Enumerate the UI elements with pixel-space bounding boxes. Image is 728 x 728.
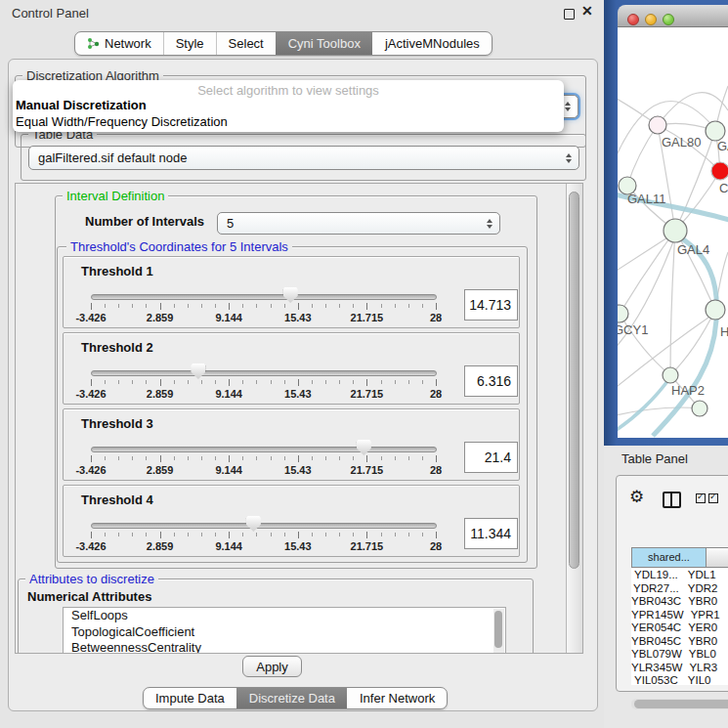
name-cell: YDR2 (681, 582, 728, 596)
slider-thumb[interactable] (191, 364, 205, 379)
table-rows: YDL19...YDL1YDR27...YDR2YBR043CYBR0YPR14… (631, 569, 728, 685)
name-cell: YBR0 (681, 595, 728, 609)
table-row[interactable]: YBR045CYBR0 (631, 635, 728, 649)
slider-thumb[interactable] (357, 440, 371, 455)
tab-jactivemnodules[interactable]: jActiveMNodules (372, 32, 492, 55)
network-node[interactable] (706, 300, 725, 320)
network-node[interactable] (692, 401, 707, 416)
table-data-select[interactable]: galFiltered.sif default node (28, 146, 579, 170)
table-row[interactable]: YDL19...YDL1 (631, 569, 728, 582)
threshold-value-field[interactable]: 6.316 (464, 365, 518, 397)
number-of-intervals-select[interactable]: 5 (217, 212, 500, 235)
slider-major-tick (91, 379, 92, 386)
slider-major-tick (91, 532, 92, 538)
slider-tick-label: 28 (430, 312, 442, 323)
slider-major-tick (298, 303, 299, 310)
tab-select[interactable]: Select (216, 32, 276, 55)
table-row[interactable]: YLR345WYLR3 (631, 662, 728, 675)
mode-tab-discretize-data[interactable]: Discretize Data (236, 688, 347, 708)
network-node[interactable] (649, 116, 666, 134)
slider-tick-label: 28 (430, 540, 442, 552)
slider-tick-label: 21.715 (351, 312, 384, 323)
table-horizontal-scrollbar[interactable] (631, 699, 728, 709)
threshold-value-field[interactable]: 14.713 (464, 289, 518, 321)
table-row[interactable]: YPR145WYPR1 (631, 609, 728, 622)
shared-name-cell: YDL19... (631, 569, 681, 582)
network-node[interactable] (664, 219, 687, 242)
combo-arrows-icon (487, 219, 492, 229)
apply-button[interactable]: Apply (242, 656, 302, 677)
dropdown-prompt-item: Select algorithm to view settings (13, 83, 564, 98)
network-node[interactable] (618, 305, 628, 322)
slider-tick-label: 9.144 (215, 388, 242, 400)
numerical-attributes-list[interactable]: SelfLoopsTopologicalCoefficientBetweenne… (63, 607, 506, 654)
network-view-canvas[interactable]: GAL80GAGAL11CGAL4GCY1HHAP2 (618, 27, 728, 438)
slider-track[interactable] (91, 294, 437, 300)
slider-tick-label: 2.859 (147, 312, 174, 323)
dropdown-option-equal-width-frequency[interactable]: Equal Width/Frequency Discretization (16, 114, 228, 129)
attribute-item-topologicalcoefficient[interactable]: TopologicalCoefficient (64, 624, 505, 641)
slider-thumb[interactable] (283, 287, 298, 303)
slider-tick-label: 9.144 (215, 464, 242, 476)
tab-cyni-toolbox-label: Cyni Toolbox (288, 36, 361, 51)
attributes-list-scrollbar[interactable] (493, 609, 504, 653)
network-edge (620, 231, 675, 314)
slider-thumb[interactable] (246, 516, 261, 532)
split-columns-icon[interactable] (663, 492, 681, 508)
close-traffic-light[interactable] (627, 14, 639, 25)
show-columns-checkbox-icon[interactable] (696, 493, 706, 503)
network-node[interactable] (663, 367, 678, 383)
network-edge (670, 310, 715, 375)
combo-arrows-icon (566, 153, 572, 163)
zoom-traffic-light[interactable] (663, 14, 674, 25)
tab-style[interactable]: Style (163, 32, 216, 55)
slider-track[interactable] (91, 523, 437, 529)
attribute-item-betweennesscentrality[interactable]: BetweennessCentrality (64, 640, 505, 654)
slider-tick-label: 21.715 (351, 388, 384, 400)
node-table-panel: ⚙ shared... name YDL19...YDL1YDR27...YDR… (616, 475, 728, 692)
table-row[interactable]: YIL053CYIL0 (631, 674, 728, 685)
tab-network[interactable]: Network (75, 32, 163, 55)
minimize-traffic-light[interactable] (645, 14, 657, 25)
float-window-button[interactable] (564, 9, 575, 20)
threshold-label: Threshold 2 (81, 340, 153, 355)
slider-minor-ticks (91, 304, 438, 308)
slider-tick-label: -3.426 (75, 464, 106, 476)
slider-tick-label: 28 (430, 464, 442, 476)
table-row[interactable]: YBL079WYBL0 (631, 648, 728, 662)
network-node[interactable] (706, 121, 725, 141)
network-node[interactable] (711, 162, 728, 180)
slider-major-tick (366, 532, 367, 538)
threshold-label: Threshold 3 (81, 416, 153, 431)
slider-track[interactable] (91, 370, 437, 376)
threshold-value-field[interactable]: 21.4 (464, 442, 518, 473)
dropdown-option-manual-discretization[interactable]: Manual Discretization (16, 98, 147, 112)
slider-minor-ticks (91, 456, 438, 460)
mode-tab-infer-network[interactable]: Infer Network (347, 688, 447, 708)
slider-track[interactable] (91, 447, 437, 452)
control-panel-tab-bar: NetworkStyleSelectCyni ToolboxjActiveMNo… (74, 31, 492, 56)
tab-style-label: Style (176, 36, 204, 51)
cyni-toolbox-panel: Discretization Algorithm Table Data galF… (8, 59, 598, 711)
column-header-name[interactable]: name (707, 548, 728, 567)
slider-tick-label: 21.715 (351, 540, 384, 552)
table-row[interactable]: YDR27...YDR2 (631, 582, 728, 596)
column-header-shared-name[interactable]: shared... (632, 548, 707, 567)
network-window-titlebar[interactable] (618, 5, 728, 27)
network-node-label: H (720, 324, 728, 339)
attribute-item-selfloops[interactable]: SelfLoops (64, 608, 505, 624)
slider-major-tick (436, 455, 437, 462)
table-row[interactable]: YBR043CYBR0 (631, 595, 728, 609)
tab-cyni-toolbox[interactable]: Cyni Toolbox (276, 32, 372, 55)
table-row[interactable]: YER054CYER0 (631, 621, 728, 635)
settings-vertical-scrollbar[interactable] (566, 184, 582, 653)
settings-gear-icon[interactable]: ⚙ (629, 489, 644, 505)
mode-tab-infer-network-label: Infer Network (360, 691, 435, 706)
show-columns-checkbox-icon[interactable] (708, 493, 718, 503)
close-panel-button[interactable]: ✕ (581, 3, 593, 19)
threshold-value-field[interactable]: 11.344 (464, 518, 518, 549)
name-cell: YPR1 (684, 609, 728, 622)
name-cell: YLR3 (682, 662, 728, 675)
shared-name-cell: YIL053C (631, 674, 681, 685)
mode-tab-impute-data[interactable]: Impute Data (144, 688, 236, 708)
